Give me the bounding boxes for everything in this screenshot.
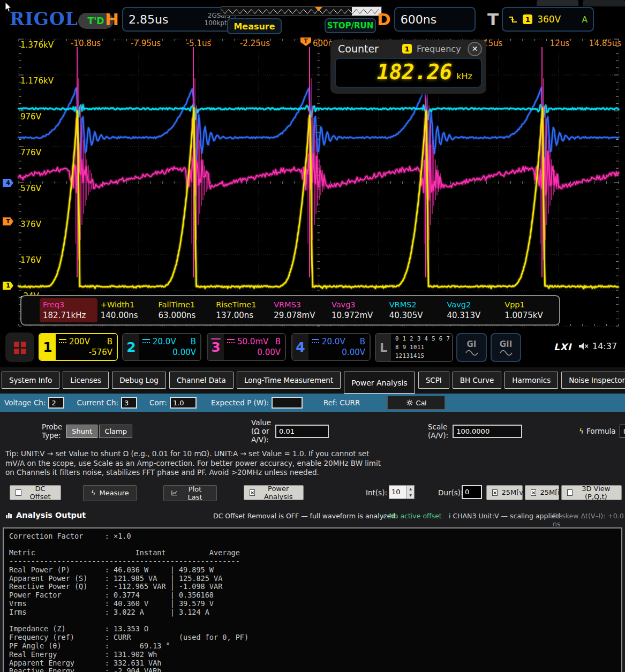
sine-icon — [465, 350, 478, 356]
ch1-position-marker[interactable]: 1 — [3, 282, 13, 290]
view-3d-label: 3D View (P,Q,t) — [576, 485, 616, 501]
tab-harmonics[interactable]: Harmonics — [504, 372, 558, 389]
checkbox-checked-icon: ✕ — [492, 489, 498, 496]
ch4-position-marker[interactable]: 4 — [3, 179, 13, 187]
expected-p-input[interactable] — [272, 397, 303, 409]
tab-noise-inspector[interactable]: Noise Inspector — [561, 372, 625, 389]
measurement-value: 40.313V — [447, 311, 501, 320]
analysis-output-box[interactable]: Correction Factor : ×1.0 Metric Instant … — [3, 527, 622, 672]
measurement-value: 10.972mV — [332, 311, 386, 320]
current-ch-input[interactable] — [121, 397, 137, 409]
memory-25m-v-label: 25M[v] — [501, 488, 526, 496]
measurement-slot[interactable]: VRMS240.305V — [386, 298, 444, 322]
probe-type-label: Probe Type: — [42, 422, 62, 440]
channel-2-box[interactable]: 2 20.0VB 0.00V — [122, 333, 201, 361]
t-axis-label: -5.1us — [186, 39, 212, 48]
dc-coupling-icon — [312, 339, 319, 345]
channel-3-box[interactable]: 3 50.0mVB 0.00V — [207, 333, 286, 361]
cal-button[interactable]: Cal — [387, 396, 445, 410]
bw-limit-flag: B — [191, 337, 196, 346]
rigol-logo: RIGOL — [10, 9, 78, 29]
probe-value-input[interactable] — [275, 425, 329, 438]
measurement-slot[interactable]: +Width1140.00ns — [97, 298, 155, 322]
power-analysis-label: Power Analysis — [259, 485, 298, 501]
tab-bar: System Info Licenses Debug Log Channel D… — [0, 367, 625, 394]
checkbox-unchecked-icon — [567, 489, 573, 496]
measurement-label: Vavg2 — [447, 300, 501, 309]
stop-run-button[interactable]: STOP/RUN — [325, 18, 376, 33]
tab-scpi[interactable]: SCPI — [418, 372, 449, 389]
delay-label: D — [377, 10, 391, 29]
channel-scale: 50.0mV — [237, 337, 268, 346]
measure-menu-button[interactable]: Measure — [227, 18, 282, 34]
waveform-preview-strip[interactable] — [221, 6, 382, 16]
trigger-position-marker[interactable]: T — [300, 37, 311, 46]
measure-button[interactable]: ϟMeasure — [83, 485, 137, 501]
trigger-panel[interactable]: T 1 360V A — [487, 7, 594, 32]
probe-tip-text: Tip: UNIT:V → set Value to shunt Ω (e.g.… — [0, 444, 383, 478]
probe-clamp-button[interactable]: Clamp — [99, 425, 132, 438]
channel-4-box[interactable]: 4 20.0VB 0.00V — [291, 333, 371, 361]
tab-channel-data[interactable]: Channel Data — [169, 372, 234, 389]
logic-channels-box[interactable]: L 0 1 2 3 4 5 6 7 8 9 1011 12131415 — [375, 333, 453, 362]
duration-input[interactable] — [462, 485, 482, 499]
voltage-ch-label: Voltage Ch: — [4, 398, 46, 407]
power-analysis-toggle[interactable]: ✕Power Analysis — [244, 485, 304, 500]
t-axis-label: 12us — [550, 39, 569, 48]
voltage-ch-input[interactable] — [48, 397, 64, 409]
scale-input[interactable] — [453, 425, 522, 438]
tab-licenses[interactable]: Licenses — [63, 372, 109, 389]
measure-label: Measure — [100, 489, 129, 497]
chart-icon — [171, 490, 177, 496]
measurement-value: 137.00ns — [216, 311, 270, 320]
app-window: RIGOL T'D H 2.85us 2GSa/s 100kpts Measur… — [0, 0, 625, 672]
measurement-bar: Freq3182.71kHz +Width1140.00ns FallTime1… — [20, 295, 560, 326]
memory-25m-v-toggle[interactable]: ✕25M[v] — [486, 485, 523, 500]
corr-input[interactable] — [170, 397, 197, 409]
measurement-slot[interactable]: Freq3182.71kHz — [40, 298, 97, 322]
measurement-value: 1.0075kV — [504, 311, 559, 320]
tab-power-analysis[interactable]: Power Analysis — [344, 372, 415, 394]
measurement-label: +Width1 — [101, 300, 155, 309]
unit-scaling-status: i CHAN3 Unit:V — scaling applied — [449, 512, 560, 520]
view-3d-toggle[interactable]: 3D View (P,Q,t) — [561, 485, 622, 500]
tab-debug-log[interactable]: Debug Log — [112, 372, 166, 389]
measurement-label: Vavg3 — [332, 300, 386, 309]
interval-label: Int(s): — [366, 485, 387, 500]
channel-1-box[interactable]: 1 200VB -576V — [39, 333, 118, 361]
measurement-slot[interactable]: Vavg310.972mV — [328, 298, 386, 322]
counter-close-button[interactable]: ✕ — [468, 42, 482, 56]
run-state-label: STOP/RUN — [327, 21, 374, 31]
counter-mode: Frequency — [417, 44, 461, 54]
dc-removal-status: DC Offset Removal is OFF — full waveform… — [213, 512, 397, 520]
tab-system-info[interactable]: System Info — [2, 372, 59, 389]
measurement-slot[interactable]: RiseTime1137.00ns — [213, 298, 270, 322]
formula-select[interactable]: Instantaneous (v·i mea ▾ — [620, 425, 625, 438]
duration-label: Dur(s): — [438, 485, 463, 500]
probe-shunt-button[interactable]: Shunt — [66, 425, 97, 438]
trigger-level-marker[interactable]: T — [3, 217, 13, 225]
measurement-slot[interactable]: Vpp11.0075kV — [501, 298, 559, 322]
window-corner-tab — [583, 0, 625, 6]
memory-25m-i-toggle[interactable]: ✕25M[i] — [525, 485, 559, 500]
dc-offset-toggle[interactable]: DC Offset — [10, 485, 61, 500]
measurement-slot[interactable]: Vavg240.313V — [443, 298, 501, 322]
tab-long-time-measurement[interactable]: Long-Time Measurement — [237, 372, 341, 389]
horizontal-panel[interactable]: H 2.85us 2GSa/s 100kpts — [105, 7, 236, 32]
menu-button[interactable] — [5, 333, 34, 362]
menu-grid-icon — [12, 339, 28, 356]
generator-1-button[interactable]: GI — [456, 333, 487, 362]
delay-value: 600ns — [395, 13, 436, 26]
generator-2-button[interactable]: GII — [491, 333, 521, 362]
sine-icon — [500, 350, 513, 356]
formula-selected-value: Instantaneous (v·i mea — [623, 427, 625, 435]
delay-panel[interactable]: D 600ns — [377, 7, 476, 32]
measurement-slot[interactable]: VRMS329.078mV — [270, 298, 328, 322]
spin-down-icon[interactable]: ▼ — [407, 492, 414, 499]
tab-bh-curve[interactable]: BH Curve — [453, 372, 502, 389]
plot-last-button[interactable]: Plot Last — [163, 485, 217, 501]
interval-spinner[interactable]: 10 ▲▼ — [389, 485, 415, 499]
measurement-slot[interactable]: FallTime163.000ns — [155, 298, 213, 322]
spin-up-icon[interactable]: ▲ — [407, 486, 414, 492]
speaker-muted-icon[interactable] — [578, 342, 589, 350]
